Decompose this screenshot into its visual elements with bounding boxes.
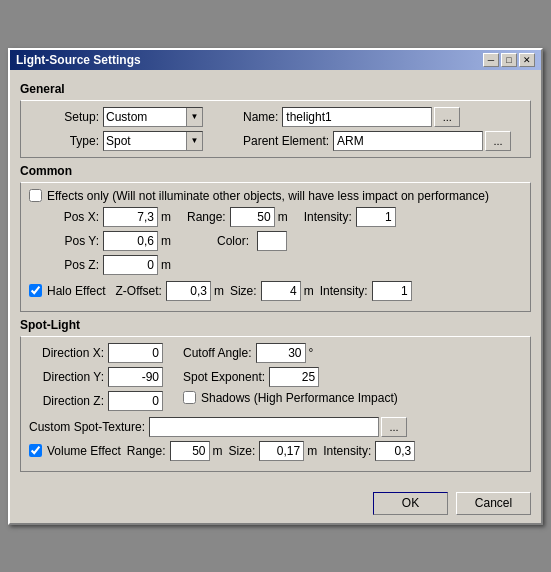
vol-intensity-label: Intensity: — [323, 444, 371, 458]
posz-input[interactable] — [103, 255, 158, 275]
title-bar-buttons: ─ □ ✕ — [483, 53, 535, 67]
type-select[interactable]: Spot Point Directional — [103, 131, 203, 151]
range-input[interactable] — [230, 207, 275, 227]
volume-label: Volume Effect — [47, 444, 121, 458]
general-group: Setup: Custom Spot Point ▼ Name: ... — [20, 100, 531, 158]
shadows-row: Shadows (High Performance Impact) — [183, 391, 398, 405]
spotexp-row: Spot Exponent: — [183, 367, 398, 387]
setup-label: Setup: — [29, 110, 99, 124]
dirx-label: Direction X: — [29, 346, 104, 360]
dirz-input[interactable] — [108, 391, 163, 411]
minimize-button[interactable]: ─ — [483, 53, 499, 67]
dialog-title: Light-Source Settings — [16, 53, 141, 67]
halo-size-input[interactable] — [261, 281, 301, 301]
title-bar: Light-Source Settings ─ □ ✕ — [10, 50, 541, 70]
dirz-label: Direction Z: — [29, 394, 104, 408]
diry-input[interactable] — [108, 367, 163, 387]
texture-input[interactable] — [149, 417, 379, 437]
posx-row: Pos X: m — [29, 207, 177, 227]
dirz-row: Direction Z: — [29, 391, 163, 411]
dirx-input[interactable] — [108, 343, 163, 363]
effects-row: Effects only (Will not illuminate other … — [29, 189, 522, 203]
parent-label: Parent Element: — [243, 134, 329, 148]
posy-input[interactable] — [103, 231, 158, 251]
setup-select-wrapper: Custom Spot Point ▼ — [103, 107, 203, 127]
range-label: Range: — [187, 210, 226, 224]
general-section-label: General — [20, 82, 531, 96]
vol-range-label: Range: — [127, 444, 166, 458]
common-section-label: Common — [20, 164, 531, 178]
dirx-row: Direction X: — [29, 343, 163, 363]
name-browse-button[interactable]: ... — [434, 107, 460, 127]
halo-intensity-label: Intensity: — [320, 284, 368, 298]
diry-row: Direction Y: — [29, 367, 163, 387]
volume-checkbox[interactable] — [29, 444, 42, 457]
common-group: Effects only (Will not illuminate other … — [20, 182, 531, 312]
posy-unit: m — [161, 234, 171, 248]
effects-checkbox[interactable] — [29, 189, 42, 202]
vol-size-label: Size: — [229, 444, 256, 458]
bottom-buttons: OK Cancel — [10, 486, 541, 523]
zoffset-unit: m — [214, 284, 224, 298]
intensity-input[interactable] — [356, 207, 396, 227]
halo-checkbox[interactable] — [29, 284, 42, 297]
spotexp-label: Spot Exponent: — [183, 370, 265, 384]
setup-select[interactable]: Custom Spot Point — [103, 107, 203, 127]
spotlight-section-label: Spot-Light — [20, 318, 531, 332]
dialog-content: General Setup: Custom Spot Point ▼ Name — [10, 70, 541, 486]
posx-unit: m — [161, 210, 171, 224]
posx-input[interactable] — [103, 207, 158, 227]
halo-row: Halo Effect Z-Offset: m Size: m Intensit… — [29, 281, 522, 301]
halo-size-unit: m — [304, 284, 314, 298]
cutoff-input[interactable] — [256, 343, 306, 363]
name-input[interactable] — [282, 107, 432, 127]
vol-range-input[interactable] — [170, 441, 210, 461]
posy-row: Pos Y: m — [29, 231, 177, 251]
texture-label: Custom Spot-Texture: — [29, 420, 145, 434]
cutoff-unit: ° — [309, 346, 314, 360]
color-row: Color: — [187, 231, 396, 251]
spotlight-group: Direction X: Direction Y: Direction Z: C… — [20, 336, 531, 472]
ok-button[interactable]: OK — [373, 492, 448, 515]
cancel-button[interactable]: Cancel — [456, 492, 531, 515]
posz-label: Pos Z: — [29, 258, 99, 272]
name-label: Name: — [243, 110, 278, 124]
color-label: Color: — [217, 234, 249, 248]
type-select-wrapper: Spot Point Directional ▼ — [103, 131, 203, 151]
range-row: Range: m Intensity: — [187, 207, 396, 227]
parent-browse-button[interactable]: ... — [485, 131, 511, 151]
posy-label: Pos Y: — [29, 234, 99, 248]
color-picker[interactable] — [257, 231, 287, 251]
parent-input[interactable] — [333, 131, 483, 151]
shadows-checkbox[interactable] — [183, 391, 196, 404]
halo-label: Halo Effect — [47, 284, 105, 298]
spotexp-input[interactable] — [269, 367, 319, 387]
texture-browse-button[interactable]: ... — [381, 417, 407, 437]
posz-row: Pos Z: m — [29, 255, 177, 275]
vol-intensity-input[interactable] — [375, 441, 415, 461]
effects-label: Effects only (Will not illuminate other … — [47, 189, 489, 203]
type-label: Type: — [29, 134, 99, 148]
dialog: Light-Source Settings ─ □ ✕ General Setu… — [8, 48, 543, 525]
vol-size-unit: m — [307, 444, 317, 458]
posz-unit: m — [161, 258, 171, 272]
cutoff-row: Cutoff Angle: ° — [183, 343, 398, 363]
intensity-label: Intensity: — [304, 210, 352, 224]
cutoff-col: Cutoff Angle: ° Spot Exponent: Shadows (… — [183, 343, 398, 409]
vol-size-input[interactable] — [259, 441, 304, 461]
cutoff-label: Cutoff Angle: — [183, 346, 252, 360]
volume-row: Volume Effect Range: m Size: m Intensity… — [29, 441, 522, 461]
range-unit: m — [278, 210, 288, 224]
close-button[interactable]: ✕ — [519, 53, 535, 67]
zoffset-input[interactable] — [166, 281, 211, 301]
vol-range-unit: m — [213, 444, 223, 458]
halo-size-label: Size: — [230, 284, 257, 298]
direction-col: Direction X: Direction Y: Direction Z: — [29, 343, 163, 415]
shadows-label: Shadows (High Performance Impact) — [201, 391, 398, 405]
posx-label: Pos X: — [29, 210, 99, 224]
diry-label: Direction Y: — [29, 370, 104, 384]
maximize-button[interactable]: □ — [501, 53, 517, 67]
texture-row: Custom Spot-Texture: ... — [29, 417, 522, 437]
halo-intensity-input[interactable] — [372, 281, 412, 301]
zoffset-label: Z-Offset: — [115, 284, 161, 298]
